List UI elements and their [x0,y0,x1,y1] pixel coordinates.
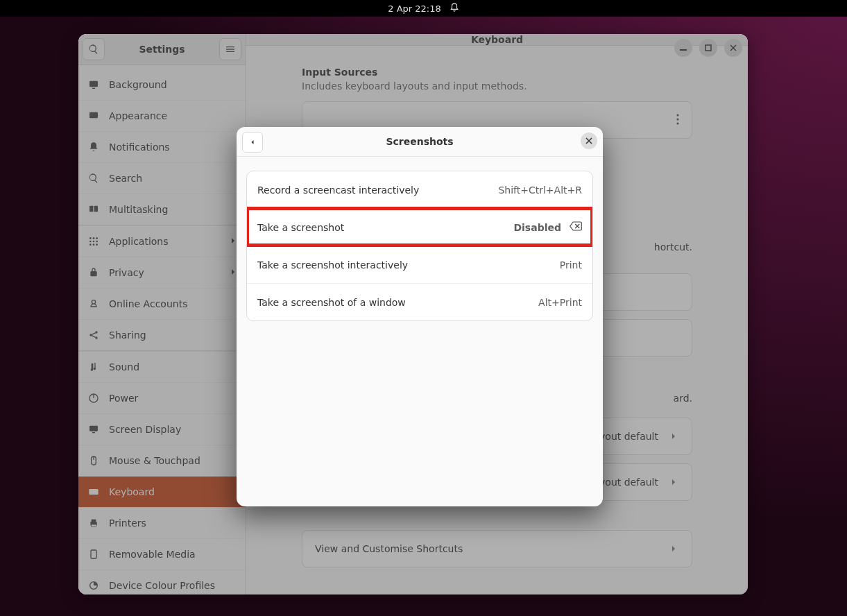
shortcut-row-record-screencast[interactable]: Record a screencast interactively Shift+… [247,171,592,208]
page-title: Keyboard [471,34,523,45]
sidebar-item-sharing[interactable]: Sharing [78,319,246,351]
svg-rect-2 [89,112,98,119]
sidebar-item-online-accounts[interactable]: Online Accounts [78,288,246,319]
row-label: View and Customise Shortcuts [315,543,463,554]
notification-bell-icon[interactable] [450,3,459,15]
section-title-input-sources: Input Sources [302,67,692,78]
svg-point-3 [91,114,92,116]
dialog-title: Screenshots [386,136,453,147]
svg-rect-5 [94,206,98,212]
sidebar-list: Background Appearance Notifications Sear… [78,65,246,594]
shortcut-value: Shift+Ctrl+Alt+R [498,185,582,196]
svg-rect-31 [680,49,687,51]
svg-point-10 [93,241,95,243]
svg-rect-22 [92,432,95,433]
more-icon[interactable] [676,114,679,127]
svg-rect-4 [89,206,93,212]
sidebar-item-label: Power [109,393,138,404]
sidebar-item-label: Sharing [109,330,146,341]
dialog-close-button[interactable] [581,132,597,149]
sidebar-item-removable-media[interactable]: Removable Media [78,538,246,570]
content-header: Keyboard [246,34,748,46]
sidebar-item-label: Search [109,173,142,184]
shortcut-label: Take a screenshot interactively [257,259,408,271]
sidebar-item-label: Removable Media [109,549,196,560]
view-customise-shortcuts-row[interactable]: View and Customise Shortcuts [302,530,692,567]
sidebar-item-multitasking[interactable]: Multitasking [78,194,246,225]
sidebar-item-label: Applications [109,236,169,247]
sidebar-item-applications[interactable]: Applications [78,225,246,257]
shortcut-row-take-screenshot[interactable]: Take a screenshot Disabled [247,208,592,246]
shortcut-label: Take a screenshot of a window [257,297,406,308]
svg-point-35 [676,122,678,124]
sidebar-item-label: Screen Display [109,424,181,435]
back-button[interactable] [242,132,263,153]
shortcut-value: Disabled [513,222,561,233]
hamburger-menu-button[interactable] [219,38,241,60]
sidebar-item-label: Device Colour Profiles [109,580,215,591]
svg-rect-29 [91,550,96,558]
section-subtitle-input-sources: Includes keyboard layouts and input meth… [302,80,692,92]
dialog-header: Screenshots [237,127,603,157]
chevron-right-icon [668,543,679,554]
svg-point-7 [93,237,95,239]
svg-rect-27 [92,520,96,522]
sidebar-item-label: Mouse & Touchpad [109,455,200,466]
sidebar-item-notifications[interactable]: Notifications [78,131,246,162]
sidebar-item-appearance[interactable]: Appearance [78,100,246,131]
dialog-body: Record a screencast interactively Shift+… [237,157,603,335]
sidebar-item-printers[interactable]: Printers [78,507,246,538]
svg-point-11 [96,241,98,243]
svg-point-6 [89,237,92,239]
window-maximize-button[interactable] [699,39,717,57]
sidebar-item-screen-display[interactable]: Screen Display [78,413,246,445]
svg-point-12 [89,243,92,246]
window-close-button[interactable] [724,39,742,57]
sidebar-item-search[interactable]: Search [78,162,246,194]
clear-shortcut-icon[interactable] [570,221,582,233]
sidebar-item-label: Sound [109,361,139,373]
sidebar-item-power[interactable]: Power [78,382,246,413]
shortcut-row-take-screenshot-interactive[interactable]: Take a screenshot interactively Print [247,246,592,283]
shortcut-row-take-screenshot-window[interactable]: Take a screenshot of a window Alt+Print [247,283,592,320]
sidebar-item-colour[interactable]: Device Colour Profiles [78,570,246,594]
sidebar-item-keyboard[interactable]: Keyboard [78,476,246,507]
svg-point-33 [676,114,678,116]
svg-rect-25 [89,489,98,495]
sidebar-item-label: Online Accounts [109,298,187,309]
sidebar-item-privacy[interactable]: Privacy [78,257,246,288]
svg-point-19 [94,368,96,370]
sidebar-item-label: Background [109,79,167,90]
shortcut-label: Take a screenshot [257,222,344,233]
svg-rect-28 [92,524,96,527]
screenshots-dialog: Screenshots Record a screencast interact… [237,127,603,506]
sidebar-item-label: Multitasking [109,204,168,215]
svg-point-9 [89,241,92,243]
shortcut-label: Record a screencast interactively [257,185,419,196]
svg-rect-0 [89,81,98,87]
sidebar-item-label: Notifications [109,142,170,153]
shortcut-value: Alt+Print [538,297,582,308]
settings-sidebar: Settings Background Appearance Notificat… [78,34,246,594]
sidebar-item-label: Keyboard [109,486,155,497]
svg-rect-1 [92,88,95,89]
sidebar-header: Settings [78,34,246,65]
svg-rect-21 [89,426,98,431]
sidebar-item-label: Appearance [109,110,167,121]
svg-rect-32 [705,45,711,51]
sidebar-item-sound[interactable]: Sound [78,351,246,382]
svg-point-34 [676,118,678,120]
sidebar-item-label: Printers [109,517,146,529]
svg-point-14 [96,243,98,246]
search-button[interactable] [83,38,105,60]
shortcut-value: Print [560,259,582,271]
sidebar-item-background[interactable]: Background [78,69,246,100]
shortcuts-list: Record a screencast interactively Shift+… [246,171,593,321]
svg-point-13 [93,243,95,246]
clock[interactable]: 2 Apr 22:18 [388,3,441,14]
top-panel: 2 Apr 22:18 [0,0,847,17]
sidebar-item-mouse-touchpad[interactable]: Mouse & Touchpad [78,445,246,476]
window-minimize-button[interactable] [674,39,692,57]
sidebar-item-label: Privacy [109,267,144,278]
chevron-right-icon [668,431,679,442]
